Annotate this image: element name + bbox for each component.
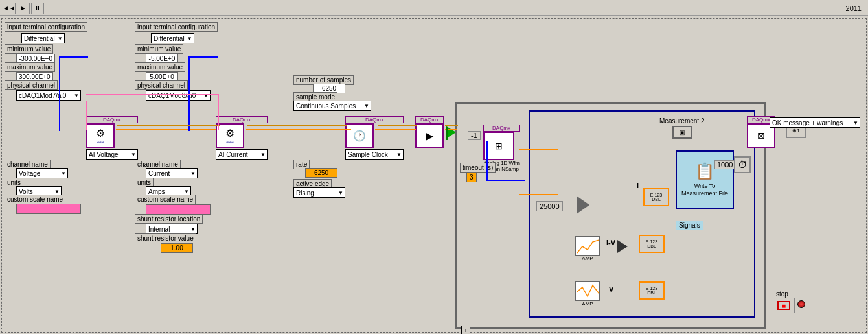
- vi1-channel-value[interactable]: cDAQ1Mod7/ai0: [16, 90, 81, 101]
- daqmx-node1: DAQmx ⚙ ≈≈≈ AI Voltage: [86, 116, 138, 160]
- v-waveform-icon: [575, 281, 600, 301]
- loop-wire-blue-v1: [486, 141, 488, 180]
- vi1-terminal-dropdown[interactable]: Differential: [21, 33, 65, 43]
- loop-wire-orange-2: [519, 194, 558, 195]
- daqmx-node4-body: ▶: [415, 123, 444, 148]
- vi2-max-label: maximum value: [135, 63, 185, 71]
- write-meas-icon: 📋: [695, 162, 714, 180]
- daqmx-node6-icon: ⊠: [757, 130, 765, 141]
- toolbar-btn-play[interactable]: ►: [17, 3, 30, 14]
- active-edge-value[interactable]: Rising: [293, 187, 345, 198]
- loop-wire-orange-1: [519, 149, 558, 150]
- vi1-type-dropdown[interactable]: AI Voltage: [86, 149, 138, 160]
- wire-yellow-3: [378, 125, 417, 126]
- rate-value[interactable]: 6250: [305, 168, 337, 178]
- vi1-title-label: input terminal configuration: [5, 23, 87, 30]
- daqmx-node2-icon: ⚙: [225, 127, 234, 139]
- vi2-shunt-loc-value[interactable]: Internal: [146, 224, 198, 234]
- wire-orange-3: [375, 129, 416, 130]
- wire-orange-1: [116, 129, 216, 130]
- vi2-type-dropdown[interactable]: AI Current: [216, 149, 268, 160]
- wire-orange-2: [246, 129, 351, 130]
- ok-message-dropdown[interactable]: OK message + warnings: [770, 117, 860, 128]
- diagram-area: input terminal configuration Differentia…: [1, 18, 867, 333]
- loop-box: i -1 DAQmx ⊞ Analog 1D Wfm NChan NSamp t…: [455, 102, 766, 329]
- wire-pink-v1: [86, 101, 87, 130]
- wire-pink-v2: [218, 94, 219, 130]
- v-label: V: [609, 285, 613, 293]
- daqmx-node1-icon: ⚙: [96, 127, 105, 139]
- daqmx-node3-icon: 🕐: [353, 130, 366, 142]
- compare-block: [577, 196, 589, 214]
- wire-yellow-4: [445, 125, 458, 126]
- vi2-ch-name-value[interactable]: Current: [146, 168, 198, 178]
- timeout-label: timeout (s): [460, 163, 496, 171]
- daqmx-node1-sublabel: ≈≈≈: [97, 139, 104, 144]
- toolbar-btn-back[interactable]: ◄◄: [3, 3, 16, 14]
- main-canvas: ◄◄ ► ⏸ 2011 input terminal configuration…: [0, 0, 868, 334]
- v-indicator: E 123 DBL: [639, 281, 665, 300]
- daqmx-node2: DAQmx ⚙ ≈≈≈ AI Current: [216, 116, 268, 160]
- rate-label: rate: [293, 160, 310, 168]
- daqmx-node5-body: ⊞: [483, 132, 514, 160]
- vi1-units-label: units: [5, 178, 23, 186]
- compare-triangle-icon: [577, 196, 589, 214]
- signals-label: Signals: [676, 221, 703, 230]
- write-to-meas-block: 📋 Write To Measurement File: [676, 150, 734, 209]
- wire-blue-h2: [188, 56, 218, 58]
- v-indicator-block: E 123 DBL: [639, 281, 665, 300]
- compare-value-const: 25000: [536, 201, 563, 211]
- stop-label: stop: [776, 290, 788, 298]
- active-edge-label: active edge: [293, 180, 332, 187]
- sample-clock-dropdown[interactable]: Sample Clock: [345, 149, 404, 160]
- i-indicator: E 123 DBL: [643, 188, 669, 206]
- vi2-units-label: units: [135, 178, 154, 186]
- vi2-custom-scale-label: custom scale name: [135, 195, 196, 203]
- vi1-min-label: minimum value: [5, 45, 53, 53]
- blue-inner-box: 25000 Measurement 2 ▣ I: [529, 110, 755, 318]
- vi2-terminal-dropdown[interactable]: Differential: [151, 33, 194, 43]
- stop-button-box[interactable]: ■: [773, 298, 795, 313]
- i-indicator-block: E 123 DBL: [643, 188, 669, 206]
- toolbar: ◄◄ ► ⏸ 2011: [0, 1, 868, 16]
- loop-index-indicator: i: [461, 326, 470, 334]
- iv-label: I-V: [606, 239, 615, 246]
- toolbar-btn-pause[interactable]: ⏸: [31, 3, 44, 14]
- vi2-custom-scale-box: [146, 204, 211, 215]
- vi2-channel-value[interactable]: cDAQ1Mod8/ai0: [146, 90, 211, 101]
- vi1-channel-label: physical channel: [5, 81, 58, 89]
- iv-indicator: E 123 DBL: [639, 235, 665, 253]
- measurement2-label: Measurement 2: [659, 117, 704, 125]
- vi1-max-label: maximum value: [5, 63, 55, 71]
- daqmx-node3-body: 🕐: [345, 123, 374, 148]
- iv-multiply-block: [617, 240, 628, 253]
- meas2-icon: ▣: [672, 126, 692, 139]
- iv-waveform-label: AMP: [575, 256, 600, 261]
- timeout-value: 3: [466, 173, 477, 182]
- vi1-ch-name-value[interactable]: Voltage: [16, 168, 68, 178]
- vi1-custom-scale-value: [16, 204, 81, 214]
- v-waveform-label: AMP: [575, 301, 600, 307]
- stop-icon[interactable]: ■: [777, 301, 790, 310]
- stop-button[interactable]: ■: [773, 298, 795, 313]
- wire-green-1: [446, 127, 448, 140]
- vi2-shunt-loc-label: shunt resistor location: [135, 215, 203, 222]
- iv-waveform: AMP: [575, 236, 600, 261]
- timer-icon: ⏱: [734, 156, 751, 173]
- daqmx-node4-icon: ▶: [426, 130, 433, 142]
- stop-led: [797, 300, 805, 308]
- v-waveform: AMP: [575, 281, 600, 307]
- daqmx-node4: DAQmx ▶: [415, 116, 444, 148]
- i-label: I: [637, 182, 639, 189]
- vi1-custom-scale-label: custom scale name: [5, 195, 65, 203]
- vi2-ch-name-label: channel name: [135, 160, 181, 168]
- loop-wire-blue-h1: [486, 180, 525, 181]
- sample-mode-label: sample mode: [293, 93, 337, 101]
- vi2-shunt-val-value[interactable]: 1.00: [161, 243, 193, 253]
- daqmx-node1-body: ⚙ ≈≈≈: [86, 123, 115, 148]
- vi2-shunt-val-label: shunt resistor value: [135, 234, 196, 242]
- vi2-min-label: minimum value: [135, 45, 183, 53]
- daqmx-node3: DAQmx 🕐 Sample Clock: [345, 116, 404, 160]
- vi2-title-label: input terminal configuration: [135, 23, 218, 30]
- sample-mode-value[interactable]: Continuous Samples: [293, 101, 371, 111]
